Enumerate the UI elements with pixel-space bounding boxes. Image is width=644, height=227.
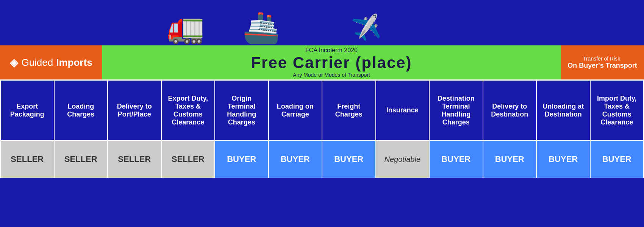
icons-row: 🚛 🚢 ✈️ <box>0 0 644 45</box>
col-header-delivery-dest: Delivery to Destination <box>483 81 537 140</box>
incoterm-title: Free Carrier (place) <box>251 54 412 72</box>
col-header-freight-charges: Freight Charges <box>322 81 376 140</box>
val-cell-origin-terminal-val: BUYER <box>215 141 269 178</box>
logo-guided: Guided <box>21 57 53 68</box>
incoterm-label: FCA Incoterm 2020 <box>305 47 358 54</box>
risk-label: Transfer of Risk: <box>583 56 622 62</box>
val-cell-dest-terminal-val: BUYER <box>430 141 483 178</box>
risk-cell: Transfer of Risk: On Buyer's Transport <box>561 45 644 79</box>
ship-icon: 🚢 <box>242 10 280 45</box>
val-cell-insurance-val: Negotiable <box>376 141 430 178</box>
col-header-dest-terminal: Destination Terminal Handling Charges <box>430 81 483 140</box>
val-cell-freight-charges-val: BUYER <box>322 141 376 178</box>
logo-cell: ◈ Guided Imports <box>0 45 102 79</box>
val-cell-import-duty-val: BUYER <box>591 141 644 178</box>
val-cell-delivery-dest-val: BUYER <box>483 141 537 178</box>
bottom-area <box>0 178 644 208</box>
col-header-loading-carriage: Loading on Carriage <box>269 81 323 140</box>
val-cell-export-duty-val: SELLER <box>162 141 216 178</box>
truck-icon: 🚛 <box>167 10 205 45</box>
val-cell-loading-carriage-val: BUYER <box>269 141 323 178</box>
values-row: SELLERSELLERSELLERSELLERBUYERBUYERBUYERN… <box>0 140 644 178</box>
val-cell-delivery-port-val: SELLER <box>108 141 162 178</box>
header-row: ◈ Guided Imports FCA Incoterm 2020 Free … <box>0 45 644 79</box>
col-header-insurance: Insurance <box>376 81 430 140</box>
col-header-export-duty: Export Duty, Taxes & Customs Clearance <box>162 81 216 140</box>
logo: ◈ Guided Imports <box>10 56 92 69</box>
plane-icon: ✈️ <box>350 12 383 44</box>
col-header-import-duty: Import Duty, Taxes & Customs Clearance <box>591 81 644 140</box>
val-cell-export-packaging-val: SELLER <box>0 141 55 178</box>
title-cell: FCA Incoterm 2020 Free Carrier (place) A… <box>102 45 561 79</box>
incoterm-subtitle: Any Mode or Modes of Transport <box>293 72 370 78</box>
val-cell-unloading-dest-val: BUYER <box>537 141 591 178</box>
col-header-delivery-port: Delivery to Port/Place <box>108 81 162 140</box>
columns-row: Export PackagingLoading ChargesDelivery … <box>0 79 644 140</box>
col-header-unloading-dest: Unloading at Destination <box>537 81 591 140</box>
val-cell-loading-charges-val: SELLER <box>55 141 108 178</box>
col-header-export-packaging: Export Packaging <box>0 81 55 140</box>
logo-icon: ◈ <box>10 56 18 69</box>
risk-value: On Buyer's Transport <box>567 62 637 70</box>
logo-imports: Imports <box>56 57 92 68</box>
col-header-origin-terminal: Origin Terminal Handling Charges <box>215 81 269 140</box>
col-header-loading-charges: Loading Charges <box>55 81 108 140</box>
